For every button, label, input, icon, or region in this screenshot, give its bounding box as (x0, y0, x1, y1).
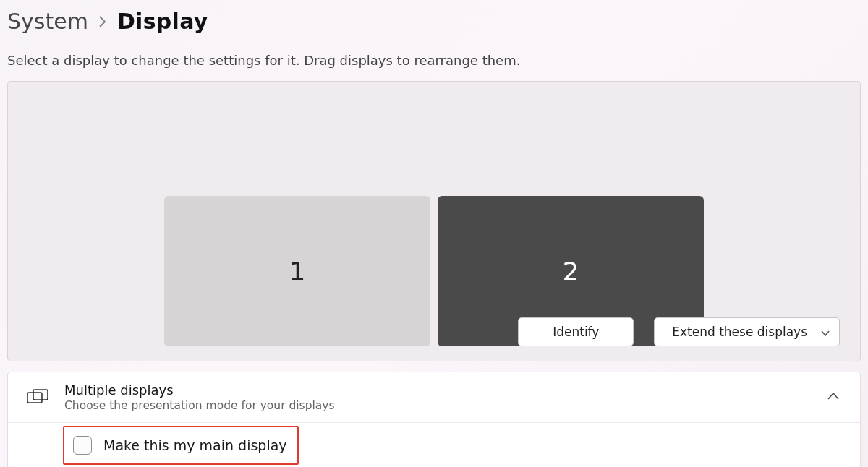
multiple-displays-expander: Multiple displays Choose the presentatio… (7, 372, 861, 467)
chevron-up-icon (827, 390, 840, 404)
chevron-right-icon (98, 14, 107, 31)
display-arrange-panel: 1 2 Identify Extend these displays (7, 81, 861, 361)
breadcrumb-system-link[interactable]: System (7, 9, 88, 34)
chevron-down-icon (820, 327, 830, 337)
arrange-instruction: Select a display to change the settings … (0, 34, 868, 75)
display-tile-1[interactable]: 1 (164, 196, 430, 346)
page-title: Display (117, 9, 208, 34)
breadcrumb: System Display (0, 0, 868, 34)
multiple-displays-header[interactable]: Multiple displays Choose the presentatio… (8, 372, 860, 423)
identify-button[interactable]: Identify (518, 317, 634, 346)
projection-mode-label: Extend these displays (672, 325, 807, 339)
displays-icon (27, 389, 48, 406)
projection-mode-dropdown[interactable]: Extend these displays (654, 317, 840, 346)
make-main-display-checkbox[interactable] (73, 436, 92, 455)
multiple-displays-title: Multiple displays (64, 382, 811, 398)
svg-rect-0 (27, 393, 42, 403)
make-main-display-label: Make this my main display (103, 437, 287, 453)
svg-rect-1 (33, 390, 48, 400)
multiple-displays-subtitle: Choose the presentation mode for your di… (64, 399, 811, 412)
make-main-display-row: Make this my main display (63, 426, 299, 465)
